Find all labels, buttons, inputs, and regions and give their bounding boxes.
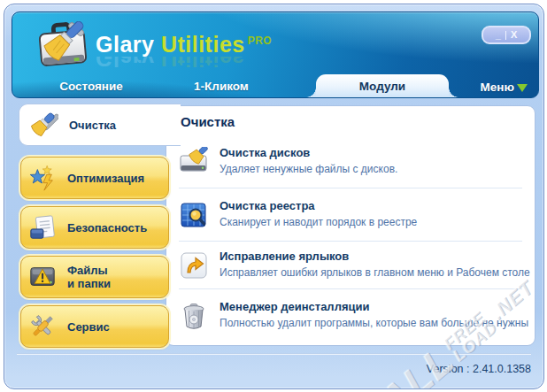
sidebar-item-label: Очистка bbox=[69, 119, 116, 132]
sidebar-item-label: Файлыи папки bbox=[67, 264, 111, 290]
controls-divider-icon bbox=[505, 31, 506, 40]
menu-label: Меню bbox=[481, 81, 514, 94]
tab-modules[interactable]: Модули bbox=[316, 74, 449, 97]
item-description: Сканирует и наводит порядок в реестре bbox=[220, 216, 417, 228]
tab-flare-left bbox=[306, 88, 316, 97]
item-title: Очистка реестра bbox=[220, 198, 417, 213]
toolbox-logo-icon bbox=[35, 21, 90, 71]
cleanup-brush-icon bbox=[30, 111, 58, 139]
optimize-stars-icon bbox=[28, 164, 57, 192]
item-title: Исправление ярлыков bbox=[220, 249, 530, 264]
list-item-shortcut-fixer[interactable]: Исправление ярлыков Исправляет ошибки яр… bbox=[179, 249, 529, 281]
header: Glary UtilitiesPRO Glary Utilities _ X С… bbox=[12, 12, 539, 98]
uninstall-manager-icon bbox=[179, 301, 209, 331]
tab-flare-right bbox=[449, 88, 458, 97]
app-title: Glary UtilitiesPRO bbox=[96, 32, 272, 58]
page-title: Очистка bbox=[181, 114, 235, 129]
item-description: Удаляет ненужные файлы с дисков. bbox=[220, 163, 397, 175]
security-documents-icon bbox=[28, 213, 57, 242]
files-drive-warning-icon bbox=[28, 263, 57, 291]
divider bbox=[179, 241, 522, 242]
sidebar-item-label: Безопасность bbox=[67, 221, 147, 234]
tab-modules-label: Модули bbox=[359, 80, 405, 93]
tab-one-click[interactable]: 1-Кликом bbox=[173, 80, 270, 93]
shortcut-fixer-icon bbox=[179, 250, 209, 281]
list-item-registry-cleaner[interactable]: Очистка реестра Сканирует и наводит поря… bbox=[179, 198, 529, 230]
item-description: Исправляет ошибки ярлыков в главном меню… bbox=[220, 266, 530, 279]
disk-cleaner-icon bbox=[179, 147, 209, 177]
menu-dropdown-icon bbox=[517, 84, 528, 92]
window-controls: _ X bbox=[482, 26, 531, 44]
sidebar-item-label: Оптимизация bbox=[67, 172, 144, 185]
sidebar-item-files-folders[interactable]: Файлыи папки bbox=[20, 256, 169, 298]
app-window: Glary UtilitiesPRO Glary Utilities _ X С… bbox=[4, 4, 544, 389]
sidebar-item-cleanup[interactable]: Очистка bbox=[19, 104, 181, 146]
product-name: Utilities bbox=[161, 32, 245, 57]
item-title: Очистка дисков bbox=[220, 145, 397, 160]
edition-badge: PRO bbox=[248, 35, 273, 47]
minimize-button[interactable]: _ bbox=[494, 30, 503, 40]
tab-menu[interactable]: Меню bbox=[481, 81, 528, 94]
service-tools-icon bbox=[28, 312, 57, 341]
sidebar-item-service[interactable]: Сервис bbox=[20, 305, 169, 348]
logo-reflection: Glary Utilities bbox=[96, 57, 245, 71]
sidebar-item-security[interactable]: Безопасность bbox=[20, 206, 169, 249]
divider bbox=[179, 188, 522, 188]
list-item-disk-cleaner[interactable]: Очистка дисков Удаляет ненужные файлы с … bbox=[179, 145, 529, 177]
tab-status[interactable]: Состояние bbox=[42, 80, 140, 93]
sidebar-item-optimization[interactable]: Оптимизация bbox=[20, 157, 169, 199]
registry-cleaner-icon bbox=[179, 200, 209, 230]
sidebar-item-label: Сервис bbox=[67, 320, 110, 334]
divider bbox=[179, 288, 522, 289]
app-logo: Glary UtilitiesPRO Glary Utilities bbox=[35, 21, 272, 71]
brand-name: Glary bbox=[96, 32, 154, 57]
close-button[interactable]: X bbox=[509, 30, 519, 40]
